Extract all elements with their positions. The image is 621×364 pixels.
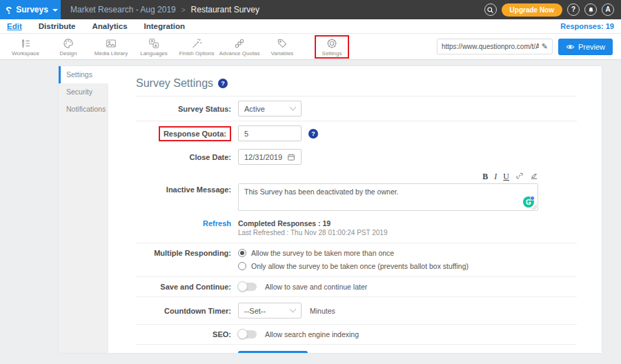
- breadcrumb-folder[interactable]: Market Research - Aug 2019: [70, 5, 176, 14]
- save-and-continue-text: Allow to save and continue later: [265, 283, 367, 291]
- tool-languages[interactable]: Languages: [132, 36, 175, 58]
- close-date-input[interactable]: 12/31/2019: [238, 149, 302, 165]
- toolbar-right: https://www.questionpro.com/t/APNrFZ ✎ P…: [437, 39, 617, 55]
- media-library-icon: [105, 37, 117, 50]
- inactive-message-textarea[interactable]: This Survey has been deactivated by the …: [238, 183, 538, 211]
- survey-status-label: Survey Status:: [136, 105, 238, 113]
- caret-down-icon: [52, 9, 58, 12]
- tool-media-library[interactable]: Media Library: [90, 36, 132, 58]
- edit-toolbar: Workspace Design Media Library: [0, 34, 621, 60]
- response-quota-input[interactable]: [238, 125, 302, 141]
- tool-finish-options[interactable]: Finish Options: [175, 36, 218, 58]
- finish-options-icon: [190, 37, 203, 50]
- breadcrumb-separator: >: [181, 6, 186, 14]
- seo-text: Allow search engine indexing: [265, 330, 359, 338]
- refresh-link[interactable]: Refresh: [203, 219, 231, 228]
- save-changes-button[interactable]: Save Changes: [238, 351, 308, 353]
- survey-menu-bar: Edit Distribute Analytics Integration Re…: [0, 19, 621, 34]
- survey-url-text: https://www.questionpro.com/t/APNrFZ: [442, 43, 539, 50]
- top-bar: ? Surveys Market Research - Aug 2019 > R…: [0, 0, 621, 19]
- response-quota-label-highlight: Response Quota:: [159, 126, 231, 141]
- inactive-message-label: Inactive Message:: [136, 172, 238, 194]
- seo-label: SEO:: [136, 330, 238, 338]
- page-title: Survey Settings: [136, 77, 213, 90]
- title-help-icon[interactable]: ?: [218, 79, 228, 88]
- upgrade-now-button[interactable]: Upgrade Now: [502, 3, 562, 17]
- menu-item-edit[interactable]: Edit: [7, 22, 22, 30]
- menu-item-analytics[interactable]: Analytics: [92, 22, 127, 30]
- eye-icon: [566, 43, 575, 50]
- breadcrumb-survey-name: Restaurant Survey: [191, 5, 259, 14]
- inactive-message-row: Inactive Message: B I U: [136, 168, 577, 214]
- italic-button[interactable]: I: [494, 172, 497, 181]
- response-quota-label: Response Quota:: [164, 130, 226, 138]
- countdown-minutes-text: Minutes: [310, 307, 335, 315]
- rte-toolbar: B I U: [238, 172, 538, 183]
- variables-icon: [276, 37, 288, 50]
- advance-quotas-icon: [233, 37, 246, 50]
- save-and-continue-row: Save and Continue: Allow to save and con…: [136, 277, 577, 296]
- survey-status-row: Survey Status: Active: [136, 97, 577, 121]
- countdown-timer-select[interactable]: --Set--: [238, 303, 302, 318]
- settings-icon: [326, 37, 338, 50]
- languages-icon: [148, 37, 160, 50]
- help-button[interactable]: ?: [567, 3, 580, 16]
- save-row: Save Changes: [136, 345, 577, 353]
- tool-variables[interactable]: Variables: [261, 36, 304, 58]
- menu-item-distribute[interactable]: Distribute: [39, 22, 76, 30]
- tool-settings[interactable]: Settings: [315, 35, 349, 59]
- settings-sidebar: Settings Security Notifications: [59, 66, 108, 353]
- last-refreshed-text: Last Refreshed : Thu Nov 28 01:00:24 PST…: [238, 229, 387, 236]
- search-icon[interactable]: [484, 3, 497, 16]
- save-and-continue-label: Save and Continue:: [136, 283, 238, 291]
- multiple-responding-row: Multiple Responding: Allow the survey to…: [136, 243, 577, 276]
- link-icon[interactable]: [515, 172, 524, 181]
- tool-advance-quotas[interactable]: Advance Quotas: [218, 36, 261, 58]
- sidebar-item-notifications[interactable]: Notifications: [59, 101, 108, 118]
- workspace-icon: [19, 37, 32, 50]
- tool-workspace[interactable]: Workspace: [4, 36, 47, 58]
- preview-button[interactable]: Preview: [558, 39, 613, 55]
- tool-design[interactable]: Design: [47, 36, 90, 58]
- countdown-timer-row: Countdown Timer: --Set-- Minutes: [136, 297, 577, 324]
- countdown-timer-label: Countdown Timer:: [136, 307, 238, 315]
- edit-url-pencil-icon[interactable]: ✎: [542, 42, 548, 51]
- topbar-actions: Upgrade Now ? A: [484, 0, 621, 19]
- product-switcher[interactable]: ? Surveys: [0, 0, 61, 19]
- calendar-icon: [287, 153, 295, 161]
- textarea-resize-handle[interactable]: [532, 205, 537, 210]
- responses-count[interactable]: Responses: 19: [560, 22, 614, 30]
- survey-url-field[interactable]: https://www.questionpro.com/t/APNrFZ ✎: [437, 39, 553, 54]
- close-date-row: Close Date: 12/31/2019: [136, 145, 577, 168]
- design-icon: [62, 37, 75, 50]
- account-avatar[interactable]: A: [602, 3, 614, 16]
- seo-toggle[interactable]: [238, 330, 257, 338]
- settings-card: Settings Security Notifications Survey S…: [59, 66, 602, 353]
- response-quota-row: Response Quota: ?: [136, 121, 577, 145]
- content-area: Settings Security Notifications Survey S…: [0, 60, 621, 364]
- bold-button[interactable]: B: [482, 172, 488, 181]
- sidebar-item-settings[interactable]: Settings: [59, 66, 108, 83]
- radio-only-once[interactable]: Only allow the survey to be taken once (…: [238, 262, 469, 270]
- clear-format-eraser-icon[interactable]: [530, 172, 538, 181]
- settings-main: Survey Settings ? Survey Status: Active …: [108, 66, 602, 353]
- product-name: Surveys: [16, 5, 48, 14]
- multiple-responding-label: Multiple Responding:: [136, 249, 238, 257]
- response-quota-help-icon[interactable]: ?: [308, 129, 318, 139]
- completed-responses-row: Refresh Completed Responses : 19 Last Re…: [136, 214, 577, 243]
- menu-item-integration[interactable]: Integration: [144, 22, 185, 30]
- survey-status-select[interactable]: Active: [238, 101, 302, 117]
- radio-unselected-icon[interactable]: [238, 262, 246, 270]
- chevron-down-icon: [290, 104, 297, 111]
- radio-selected-icon[interactable]: [238, 249, 246, 257]
- questionpro-logo-icon: ?: [6, 5, 12, 15]
- notifications-bell-icon[interactable]: [584, 3, 597, 16]
- close-date-label: Close Date:: [136, 153, 238, 161]
- sidebar-item-security[interactable]: Security: [59, 83, 108, 101]
- underline-button[interactable]: U: [503, 172, 509, 181]
- radio-allow-multiple[interactable]: Allow the survey to be taken more than o…: [238, 249, 469, 257]
- chevron-down-icon: [290, 306, 297, 313]
- breadcrumb: Market Research - Aug 2019 > Restaurant …: [70, 0, 259, 19]
- save-and-continue-toggle[interactable]: [238, 283, 257, 291]
- completed-responses-text: Completed Responses : 19: [238, 219, 387, 228]
